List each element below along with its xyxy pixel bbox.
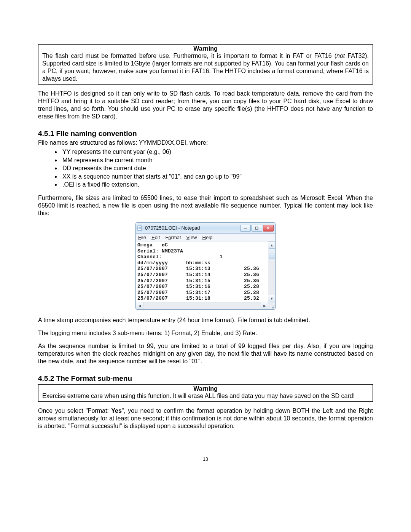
warning-text-pre: The flash card must be formatted before … [42,53,336,59]
paragraph-1: The HHTFO is designed so it can only wri… [38,90,373,120]
vertical-scrollbar[interactable]: ▲ ▼ [268,241,275,302]
paragraph-5: As the sequence number is limited to 99,… [38,342,373,365]
section-heading-451: 4.5.1 File naming convention [38,129,373,138]
page-number: 13 [38,457,373,462]
warning-title-2: Warning [42,385,369,392]
menu-edit[interactable]: Edit [151,235,160,240]
window-buttons [240,225,274,232]
menu-help[interactable]: Help [202,235,213,240]
warning-body-2: Exercise extreme care when using this fu… [42,392,369,400]
paragraph-4: The logging menu includes 3 sub-menu ite… [38,329,373,337]
bullet-list: YY represents the current year (e.g., 06… [38,148,373,189]
scroll-right-icon[interactable]: ▶ [261,302,268,309]
list-item: XX is a sequence number that starts at "… [61,173,373,181]
window-title: 07072501.OEI - Notepad [145,225,200,231]
resize-grip-icon[interactable] [268,302,275,309]
horizontal-scrollbar[interactable]: ◀ ▶ [136,302,268,309]
client-area: Omega øC Serial: NMD237A Channel: 1 dd/m… [136,241,275,309]
svg-rect-0 [138,226,142,230]
minimize-button[interactable] [240,225,251,232]
list-item: YY represents the current year (e.g., 06… [61,148,373,156]
warning-text-em: not [336,53,345,59]
paragraph-6: Once you select "Format: Yes", you need … [38,407,373,430]
scroll-thumb[interactable] [269,248,276,259]
paragraph-2: Furthermore, file sizes are limited to 6… [38,194,373,217]
svg-rect-5 [255,227,258,229]
list-item: DD represents the current date [61,164,373,173]
warning-title: Warning [42,45,369,52]
section-heading-452: 4.5.2 The Format sub-menu [38,374,373,383]
menu-file[interactable]: File [138,235,146,240]
menu-view[interactable]: View [186,235,197,240]
menubar: File Edit Format View Help [136,234,275,241]
close-button[interactable] [263,225,274,232]
menu-format[interactable]: Format [165,235,181,240]
notepad-icon [137,225,143,231]
titlebar: 07072501.OEI - Notepad [136,223,275,234]
notepad-screenshot: 07072501.OEI - Notepad [135,222,276,310]
scroll-up-icon[interactable]: ▲ [268,241,275,249]
list-item: .OEI is a fixed file extension. [61,181,373,189]
warning-body: The flash card must be formatted before … [42,52,369,83]
paragraph-3: A time stamp accompanies each temperatur… [38,316,373,324]
para6-bold: Yes [111,407,122,414]
intro-451: File names are structured as follows: YY… [38,139,373,146]
para6-pre: Once you select "Format: [38,407,111,414]
title-left: 07072501.OEI - Notepad [137,225,200,231]
scroll-left-icon[interactable]: ◀ [136,302,143,309]
notepad-window: 07072501.OEI - Notepad [135,222,276,310]
maximize-button[interactable] [252,225,262,232]
list-item: MM represents the current month [61,156,373,165]
warning-box-2: Warning Exercise extreme care when using… [38,384,373,402]
scroll-down-icon[interactable]: ▼ [268,295,275,302]
document-page: Warning The flash card must be formatted… [0,0,411,485]
warning-box-1: Warning The flash card must be formatted… [38,44,373,85]
notepad-content[interactable]: Omega øC Serial: NMD237A Channel: 1 dd/m… [136,241,275,303]
